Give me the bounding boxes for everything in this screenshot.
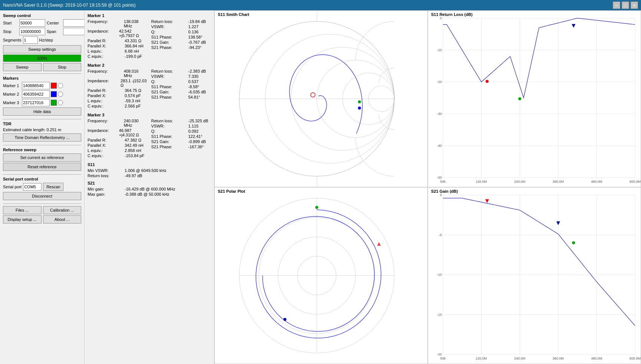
m1-freq-value: 138.038 MHz <box>124 19 148 28</box>
center-input[interactable] <box>63 19 85 27</box>
m1-s21p-value: -94.23° <box>188 45 202 50</box>
progress-fill: 100% <box>3 55 81 62</box>
m1-s21g-value: -0.767 dB <box>188 40 206 44</box>
set-reference-button[interactable]: Set current as reference <box>3 153 81 162</box>
main-content: Sweep control Start Center Stop Span Seg… <box>0 10 641 364</box>
m1-rl-value: -19.84 dB <box>188 19 206 24</box>
m1-px-value: 366.84 nH <box>125 44 144 48</box>
marker1-input[interactable] <box>22 82 50 89</box>
tdr-cable-length: Estimated cable length: 0.251 m <box>3 128 81 132</box>
m1-l-label: L equiv.: <box>88 49 125 53</box>
marker3-radio[interactable] <box>58 100 63 105</box>
start-input[interactable] <box>19 19 45 27</box>
polar-chart-title: S21 Polar Plot <box>218 189 245 193</box>
polar-chart-container: S21 Polar Plot <box>214 187 428 364</box>
reference-section: Reference sweep Set current as reference… <box>3 148 81 172</box>
serial-title: Serial port control <box>3 177 81 181</box>
m1-imp-label: Impedance: <box>88 29 119 38</box>
return-loss-chart-canvas <box>428 11 641 187</box>
divider-5 <box>3 203 81 204</box>
marker3-data-section: Marker 3 Frequency:240.030 MHz Impedance… <box>88 113 211 159</box>
minimize-button[interactable]: ─ <box>613 1 620 9</box>
smith-chart-container: S11 Smith Chart <box>214 10 428 187</box>
files-button[interactable]: Files ... <box>3 206 42 214</box>
sweep-settings-button[interactable]: Sweep settings <box>3 45 81 53</box>
charts-area: S11 Smith Chart S11 Return Loss (dB) S21… <box>214 10 641 364</box>
s21-stats-title: S21 <box>88 181 211 185</box>
marker1-color <box>51 83 57 89</box>
return-loss-chart-title: S11 Return Loss (dB) <box>431 12 473 17</box>
reset-reference-button[interactable]: Reset reference <box>3 163 81 171</box>
s21-gain-chart-canvas <box>428 188 641 364</box>
marker2-data-title: Marker 2 <box>88 63 211 67</box>
progress-bar: 100% <box>3 54 81 62</box>
markers-section: Markers Marker 1 Marker 2 Marker 3 Hide … <box>3 76 81 117</box>
marker1-data-section: Marker 1 Frequency:138.038 MHz Impedance… <box>88 13 211 59</box>
m1-c-value: -199.0 pF <box>125 54 142 59</box>
smith-chart-canvas <box>215 11 427 187</box>
middle-panel: Marker 1 Frequency:138.038 MHz Impedance… <box>85 10 214 364</box>
segments-input[interactable] <box>23 36 38 44</box>
sweep-control-section: Sweep control Start Center Stop Span Seg… <box>3 13 81 71</box>
left-panel: Sweep control Start Center Stop Span Seg… <box>0 10 85 364</box>
m1-imp-value: 42.542 +j5.7937 Ω <box>119 29 148 38</box>
smith-chart-title: S11 Smith Chart <box>218 12 249 17</box>
segments-label: Segments <box>3 38 22 42</box>
serial-port-label: Serial port <box>3 185 22 189</box>
serial-section: Serial port control Serial port Rescan D… <box>3 177 81 201</box>
sweep-button[interactable]: Sweep <box>3 63 42 71</box>
marker1-data-title: Marker 1 <box>88 13 211 18</box>
tdr-button[interactable]: Time Domain Reflectometry ... <box>3 133 81 142</box>
m1-c-label: C equiv.: <box>88 54 125 59</box>
span-input[interactable] <box>63 28 85 35</box>
m1-pr-label: Parallel R: <box>88 39 125 43</box>
stop-button[interactable]: Stop <box>43 63 82 71</box>
m1-q-value: 0.136 <box>188 30 199 34</box>
s11-stats-section: S11 Min VSWR:1.006 @ 6049.500 kHz Return… <box>88 162 211 178</box>
s21-stats-section: S21 Min gain:-16.429 dB @ 600.000 MHz Ma… <box>88 181 211 196</box>
m1-vswr-label: VSWR: <box>151 24 188 29</box>
m1-l-value: 6.68 nH <box>125 49 139 53</box>
disconnect-button[interactable]: Disconnect <box>3 192 81 200</box>
divider-1 <box>3 73 81 74</box>
marker1-radio[interactable] <box>58 83 63 88</box>
divider-2 <box>3 119 81 119</box>
return-loss-chart-container: S11 Return Loss (dB) <box>428 10 641 187</box>
title-text: NanoVNA Saver 0.1.0 (Sweep: 2019-10-07 1… <box>3 3 136 8</box>
m1-freq-label: Frequency: <box>88 19 124 28</box>
hz-per-step-label: Hz/step <box>39 38 53 42</box>
close-button[interactable]: ✕ <box>631 1 638 9</box>
calibration-button[interactable]: Calibration ... <box>43 206 82 214</box>
marker2-radio[interactable] <box>58 92 63 97</box>
s21-gain-chart-title: S21 Gain (dB) <box>431 189 458 193</box>
divider-3 <box>3 145 81 145</box>
m1-s11p-value: 138.58° <box>188 35 203 39</box>
marker2-data-section: Marker 2 Frequency:408.016 MHz Impedance… <box>88 63 211 109</box>
m1-rl-label: Return loss: <box>151 19 188 24</box>
rescan-button[interactable]: Rescan <box>43 183 63 191</box>
progress-label: 100% <box>37 56 47 60</box>
stop-input[interactable] <box>19 28 45 35</box>
start-label: Start <box>3 21 18 25</box>
maximize-button[interactable]: □ <box>622 1 629 9</box>
s21-gain-chart-container: S21 Gain (dB) <box>428 187 641 364</box>
marker2-input[interactable] <box>22 90 50 98</box>
title-bar-controls: ─ □ ✕ <box>613 1 638 9</box>
m1-s11p-label: S11 Phase: <box>151 35 188 39</box>
marker1-label: Marker 1 <box>3 83 21 88</box>
about-button[interactable]: About ... <box>43 215 82 224</box>
sweep-control-title: Sweep control <box>3 13 81 18</box>
serial-port-input[interactable] <box>23 183 42 191</box>
divider-4 <box>3 174 81 175</box>
display-setup-button[interactable]: Display setup ... <box>3 215 42 224</box>
title-bar: NanoVNA Saver 0.1.0 (Sweep: 2019-10-07 1… <box>0 0 641 10</box>
center-label: Center <box>47 21 62 25</box>
hide-data-button[interactable]: Hide data <box>3 107 81 116</box>
marker3-input[interactable] <box>22 99 50 106</box>
marker2-label: Marker 2 <box>3 92 21 96</box>
markers-title: Markers <box>3 76 81 80</box>
m1-s21g-label: S21 Gain: <box>151 40 188 44</box>
marker3-label: Marker 3 <box>3 100 21 105</box>
marker2-color <box>51 91 57 97</box>
reference-title: Reference sweep <box>3 148 81 152</box>
